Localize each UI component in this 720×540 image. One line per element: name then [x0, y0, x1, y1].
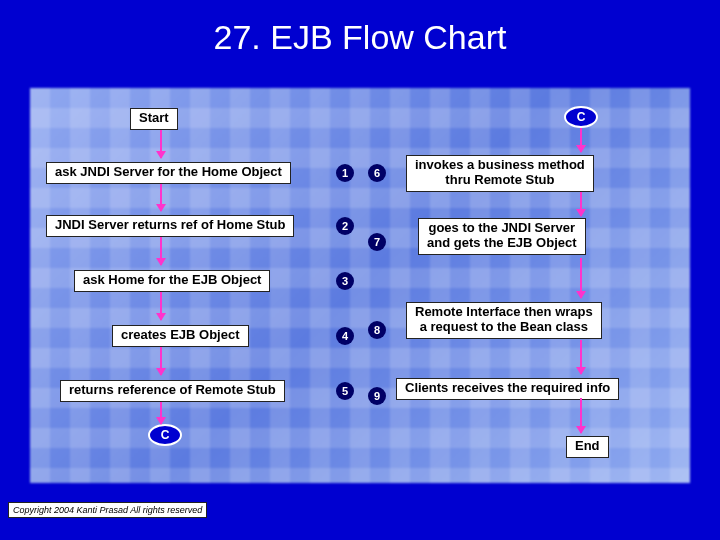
- right-step-7: goes to the JNDI Server and gets the EJB…: [418, 218, 586, 255]
- num-1: 1: [336, 164, 354, 182]
- num-3: 3: [336, 272, 354, 290]
- right-step-6: invokes a business method thru Remote St…: [406, 155, 594, 192]
- flow-arrow: [160, 237, 162, 265]
- flow-arrow: [580, 340, 582, 374]
- left-step-1: ask JNDI Server for the Home Object: [46, 162, 291, 184]
- flow-arrow: [580, 128, 582, 152]
- num-9: 9: [368, 387, 386, 405]
- num-4: 4: [336, 327, 354, 345]
- num-8: 8: [368, 321, 386, 339]
- flow-arrow: [160, 130, 162, 158]
- flow-arrow: [160, 402, 162, 424]
- num-7: 7: [368, 233, 386, 251]
- flow-arrow: [160, 347, 162, 375]
- start-node: Start: [130, 108, 178, 130]
- left-step-2: JNDI Server returns ref of Home Stub: [46, 215, 294, 237]
- flow-arrow: [580, 192, 582, 216]
- connector-bottom: C: [148, 424, 182, 446]
- num-2: 2: [336, 217, 354, 235]
- right-step-8: Remote Interface then wraps a request to…: [406, 302, 602, 339]
- end-node: End: [566, 436, 609, 458]
- connector-top: C: [564, 106, 598, 128]
- flow-arrow: [160, 184, 162, 211]
- left-step-4: creates EJB Object: [112, 325, 249, 347]
- copyright-footer: Copyright 2004 Kanti Prasad All rights r…: [8, 502, 207, 518]
- num-6: 6: [368, 164, 386, 182]
- flow-arrow: [580, 398, 582, 433]
- slide-title: 27. EJB Flow Chart: [0, 18, 720, 57]
- flow-arrow: [580, 258, 582, 298]
- flow-arrow: [160, 292, 162, 320]
- right-step-9: Clients receives the required info: [396, 378, 619, 400]
- left-step-3: ask Home for the EJB Object: [74, 270, 270, 292]
- left-step-5: returns reference of Remote Stub: [60, 380, 285, 402]
- num-5: 5: [336, 382, 354, 400]
